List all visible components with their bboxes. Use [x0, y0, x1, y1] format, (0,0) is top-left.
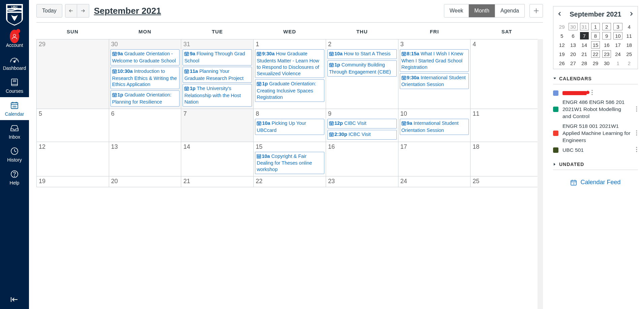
mini-day[interactable]: 7 [580, 32, 589, 39]
day-cell[interactable]: 1510a Copyright & Fair Dealing for These… [254, 142, 326, 177]
calendar-event[interactable]: 8:15a What I Wish I Knew When I Started … [400, 49, 469, 72]
mini-day[interactable]: 17 [613, 41, 622, 49]
calendar-list-item[interactable]: ENGR 518 001 2021W1 Applied Machine Lear… [553, 121, 638, 145]
undated-section-toggle[interactable]: UNDATED [553, 162, 638, 170]
mini-day[interactable]: 29 [557, 23, 566, 30]
calendar-event[interactable]: 9a International Student Orientation Ses… [400, 119, 469, 135]
calendar-event[interactable]: 1p The University's Relationship with th… [183, 84, 252, 107]
day-cell[interactable]: 22 [254, 176, 326, 187]
mini-day[interactable]: 31 [580, 23, 589, 30]
day-cell[interactable]: 21 [181, 176, 254, 187]
calendar-event[interactable]: 1p Graduate Orientation: Planning for Re… [110, 90, 180, 107]
day-cell[interactable]: 14 [181, 142, 254, 177]
calendar-options-button[interactable] [591, 90, 593, 96]
mini-day[interactable]: 25 [625, 50, 634, 58]
mini-day[interactable]: 5 [557, 32, 566, 39]
mini-day[interactable]: 23 [602, 50, 611, 58]
mini-day[interactable]: 13 [569, 41, 577, 49]
calendar-event[interactable]: 10a Picking Up Your UBCcard [255, 119, 324, 135]
calendar-event[interactable]: 9:30a International Student Orientation … [400, 73, 469, 89]
day-cell[interactable]: 24 [398, 176, 471, 187]
view-agenda-button[interactable]: Agenda [495, 4, 525, 18]
next-month-button[interactable] [77, 4, 89, 18]
day-cell[interactable]: 6 [109, 109, 182, 142]
mini-day[interactable]: 14 [580, 41, 589, 49]
mini-day[interactable]: 9 [602, 32, 611, 39]
mini-day[interactable]: 2 [625, 59, 634, 67]
mini-day[interactable]: 1 [591, 23, 600, 30]
day-cell[interactable]: 309a Graduate Orientation - Welcome to G… [109, 39, 182, 109]
mini-day[interactable]: 12 [557, 41, 566, 49]
mini-day[interactable]: 30 [602, 59, 611, 67]
prev-month-button[interactable] [65, 4, 77, 18]
mini-day[interactable]: 4 [625, 23, 634, 30]
calendar-list-item[interactable]: ENGR 486 ENGR 586 201 2021W1 Robot Model… [553, 97, 638, 121]
today-button[interactable]: Today [36, 4, 62, 18]
calendar-list-item[interactable]: UBC 501 [553, 145, 638, 155]
mini-day[interactable]: 27 [569, 59, 577, 67]
calendar-options-button[interactable] [635, 147, 638, 153]
calendar-event[interactable]: 10:30a Introduction to Research Ethics &… [110, 67, 180, 89]
calendar-event[interactable]: 11a Planning Your Graduate Research Proj… [183, 67, 252, 83]
day-cell[interactable]: 210a How to Start A Thesis1p Community B… [326, 39, 398, 109]
mini-day[interactable]: 26 [557, 59, 566, 67]
mini-day[interactable]: 1 [613, 59, 622, 67]
day-cell[interactable]: 12 [37, 142, 109, 177]
calendar-event[interactable]: 9:30a How Graduate Students Matter - Lea… [255, 49, 324, 78]
mini-day[interactable]: 11 [625, 32, 634, 39]
nav-help[interactable]: Help [0, 166, 29, 189]
mini-day[interactable]: 24 [613, 50, 622, 58]
view-month-button[interactable]: Month [469, 4, 495, 18]
calendar-event[interactable]: 9a Graduate Orientation - Welcome to Gra… [110, 49, 180, 65]
mini-day[interactable]: 18 [625, 41, 634, 49]
day-cell[interactable]: 4 [471, 39, 543, 109]
day-cell[interactable]: 19:30a How Graduate Students Matter - Le… [254, 39, 326, 109]
scrollbar[interactable] [538, 39, 543, 309]
day-cell[interactable]: 19 [37, 176, 109, 187]
calendar-feed-link[interactable]: 3 Calendar Feed [553, 179, 638, 186]
calendar-event[interactable]: 2:30p ICBC Visit [327, 130, 397, 140]
nav-history[interactable]: History [0, 143, 29, 166]
day-cell[interactable]: 5 [37, 109, 109, 142]
calendar-event[interactable]: 10a How to Start A Thesis [327, 49, 397, 59]
calendar-event[interactable]: 10a Copyright & Fair Dealing for Theses … [255, 152, 324, 174]
day-cell[interactable]: 13 [109, 142, 182, 177]
mini-prev-button[interactable] [557, 11, 562, 17]
mini-day[interactable]: 22 [591, 50, 600, 58]
calendar-event[interactable]: 1p Community Building Through Engagement… [327, 60, 397, 77]
calendar-event[interactable]: 9a Flowing Through Grad School [183, 49, 252, 65]
mini-day[interactable]: 16 [602, 41, 611, 49]
day-cell[interactable]: 29 [37, 39, 109, 109]
day-cell[interactable]: 7 [181, 109, 254, 142]
day-cell[interactable]: 912p CIBC Visit2:30p ICBC Visit [326, 109, 398, 142]
day-cell[interactable]: 38:15a What I Wish I Knew When I Started… [398, 39, 471, 109]
mini-day[interactable]: 6 [569, 32, 577, 39]
calendar-event[interactable]: 1p Graduate Orientation: Creating Inclus… [255, 79, 324, 102]
mini-day[interactable]: 28 [580, 59, 589, 67]
day-cell[interactable]: 16 [326, 142, 398, 177]
day-cell[interactable]: 11 [471, 109, 543, 142]
mini-next-button[interactable] [629, 11, 634, 17]
day-cell[interactable]: 18 [471, 142, 543, 177]
day-cell[interactable]: 20 [109, 176, 182, 187]
day-cell[interactable]: 810a Picking Up Your UBCcard [254, 109, 326, 142]
mini-day[interactable]: 15 [591, 41, 600, 49]
day-cell[interactable]: 319a Flowing Through Grad School11a Plan… [181, 39, 254, 109]
ubc-logo[interactable]: UBC [5, 3, 24, 26]
mini-day[interactable]: 20 [569, 50, 577, 58]
mini-day[interactable]: 2 [602, 23, 611, 30]
calendar-event[interactable]: 12p CIBC Visit [327, 119, 397, 129]
calendar-list-item[interactable] [553, 88, 638, 97]
view-week-button[interactable]: Week [444, 4, 469, 18]
nav-account[interactable]: Account [0, 28, 29, 51]
nav-dashboard[interactable]: Dashboard [0, 51, 29, 74]
day-cell[interactable]: 25 [471, 176, 543, 187]
mini-day[interactable]: 10 [613, 32, 622, 39]
day-cell[interactable]: 23 [326, 176, 398, 187]
mini-day[interactable]: 29 [591, 59, 600, 67]
add-event-button[interactable] [529, 4, 543, 18]
nav-inbox[interactable]: Inbox [0, 120, 29, 143]
month-picker[interactable]: September 2021 [94, 6, 161, 16]
nav-calendar[interactable]: Calendar [0, 97, 29, 120]
mini-day[interactable]: 3 [613, 23, 622, 30]
